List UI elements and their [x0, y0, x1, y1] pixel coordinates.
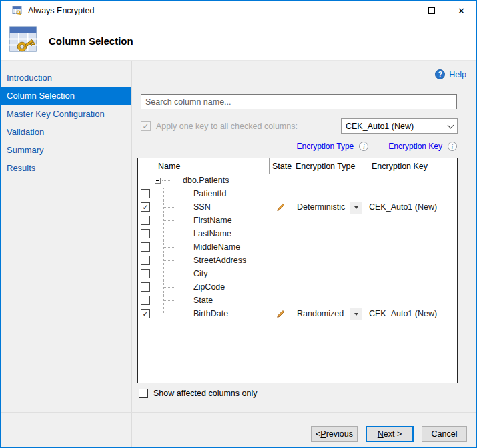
edited-state-pencil-icon: [276, 310, 285, 318]
header-checkbox-column: [138, 158, 153, 174]
column-name: BirthDate: [193, 309, 228, 318]
show-affected-label: Show affected columns only: [153, 389, 257, 398]
encryption-type-value: Randomized: [297, 309, 344, 318]
column-name: State: [193, 296, 213, 305]
row-checkbox[interactable]: ✓: [141, 202, 150, 212]
tree-connector: [163, 274, 175, 274]
next-accesskey: N: [378, 429, 384, 439]
table-row[interactable]: ✓ StreetAddress: [138, 254, 457, 268]
tree-connector: [163, 194, 175, 194]
tree-connector: [163, 300, 175, 301]
tree-vline: [163, 294, 164, 308]
table-row[interactable]: ✓ City: [138, 268, 457, 281]
cancel-label: Cancel: [432, 429, 458, 439]
page-header: Column Selection: [1, 21, 476, 61]
row-checkbox[interactable]: ✓: [141, 296, 150, 305]
row-checkbox[interactable]: ✓: [141, 216, 150, 225]
chevron-down-icon: [448, 122, 454, 128]
columns-table-header: Name State Encryption Type Encryption Ke…: [138, 158, 457, 174]
window-title: Always Encrypted: [28, 6, 94, 15]
close-icon: ✕: [458, 7, 465, 15]
show-affected-checkbox[interactable]: ✓: [139, 389, 148, 398]
row-checkbox[interactable]: ✓: [141, 189, 150, 198]
columns-table: Name State Encryption Type Encryption Ke…: [137, 158, 458, 383]
check-icon: ✓: [142, 310, 148, 318]
check-icon: ✓: [142, 204, 148, 211]
row-checkbox[interactable]: ✓: [141, 269, 150, 278]
tree-vline: [163, 201, 164, 214]
tree-connector: [163, 260, 175, 261]
help-link[interactable]: ? Help: [435, 69, 466, 79]
table-row[interactable]: ✓ ZipCode: [138, 281, 457, 294]
encryption-key-link[interactable]: Encryption Key: [388, 142, 442, 151]
column-name: PatientId: [193, 189, 226, 198]
cek-key-dropdown-value: CEK_Auto1 (New): [346, 122, 448, 131]
table-row[interactable]: ✓ BirthDate Randomized: [138, 308, 457, 321]
header-name: Name: [153, 158, 270, 174]
sidebar-step-item[interactable]: Introduction: [1, 69, 131, 87]
edited-state-pencil-icon: [276, 203, 285, 212]
encryption-key-value[interactable]: CEK_Auto1 (New): [369, 202, 437, 212]
cancel-button[interactable]: Cancel: [422, 426, 467, 442]
table-row[interactable]: ✓ FirstName: [138, 214, 457, 228]
tree-vline: [163, 241, 164, 254]
close-button[interactable]: ✕: [446, 1, 476, 21]
previous-label: <: [316, 429, 320, 439]
wizard-steps-sidebar: Introduction Column Selection Master Key…: [1, 61, 132, 447]
tree-vline: [163, 268, 164, 281]
encryption-key-info-icon[interactable]: i: [448, 142, 457, 151]
row-checkbox[interactable]: ✓: [141, 256, 150, 265]
previous-button[interactable]: < Previous: [311, 426, 358, 442]
table-row[interactable]: ✓ SSN Deterministic: [138, 201, 457, 214]
next-label-rest: ext >: [384, 429, 402, 439]
dropdown-arrow-icon: [354, 206, 358, 209]
sidebar-step-item[interactable]: Validation: [1, 123, 131, 141]
tree-connector: [163, 207, 175, 208]
cek-key-dropdown[interactable]: CEK_Auto1 (New): [341, 118, 458, 134]
search-column-input[interactable]: [141, 94, 457, 109]
previous-label-rest: revious: [326, 429, 353, 439]
tree-vline: [163, 254, 164, 268]
table-row[interactable]: ✓ State: [138, 294, 457, 308]
column-name: ZipCode: [193, 282, 225, 292]
footer-separator: [1, 412, 476, 413]
sidebar-step-item[interactable]: Column Selection: [1, 87, 131, 105]
tree-collapse-icon[interactable]: [155, 178, 161, 184]
encryption-type-info-icon[interactable]: i: [359, 142, 368, 151]
column-header-links: Encryption Type i Encryption Key i: [296, 142, 457, 151]
table-row[interactable]: ✓ PatientId: [138, 188, 457, 201]
tree-vline: [163, 281, 164, 294]
column-selection-icon: [8, 25, 39, 57]
columns-table-body: ✓ PatientId: [138, 188, 457, 321]
encryption-key-value[interactable]: CEK_Auto1 (New): [369, 309, 437, 318]
column-name: FirstName: [193, 216, 232, 225]
tree-vline: [163, 214, 164, 228]
row-checkbox[interactable]: ✓: [141, 309, 150, 318]
row-checkbox[interactable]: ✓: [141, 282, 150, 292]
encryption-type-dropdown[interactable]: [350, 202, 362, 214]
sidebar-step-item[interactable]: Master Key Configuration: [1, 105, 131, 123]
column-name: City: [193, 269, 208, 278]
encryption-type-value: Deterministic: [297, 202, 345, 212]
titlebar: Always Encrypted ✕: [1, 1, 476, 21]
previous-accesskey: P: [320, 429, 326, 439]
row-checkbox[interactable]: ✓: [141, 242, 150, 252]
minus-glyph: [156, 180, 159, 181]
encryption-type-link[interactable]: Encryption Type: [296, 142, 354, 151]
show-affected-columns-toggle[interactable]: ✓ Show affected columns only: [139, 389, 257, 398]
help-label: Help: [449, 70, 466, 79]
column-name: LastName: [193, 229, 231, 238]
encryption-type-dropdown[interactable]: [350, 308, 362, 320]
table-group-name: dbo.Patients: [183, 176, 229, 185]
table-row[interactable]: ✓ LastName: [138, 228, 457, 241]
minimize-button[interactable]: [386, 1, 416, 21]
row-checkbox[interactable]: ✓: [141, 229, 150, 238]
maximize-button[interactable]: [416, 1, 446, 21]
page-title: Column Selection: [49, 35, 133, 47]
maximize-icon: [428, 7, 435, 14]
sidebar-step-item[interactable]: Summary: [1, 141, 131, 159]
tree-vline: [163, 228, 164, 241]
sidebar-step-item[interactable]: Results: [1, 159, 131, 177]
table-row[interactable]: ✓ MiddleName: [138, 241, 457, 254]
next-button[interactable]: Next >: [366, 426, 414, 442]
